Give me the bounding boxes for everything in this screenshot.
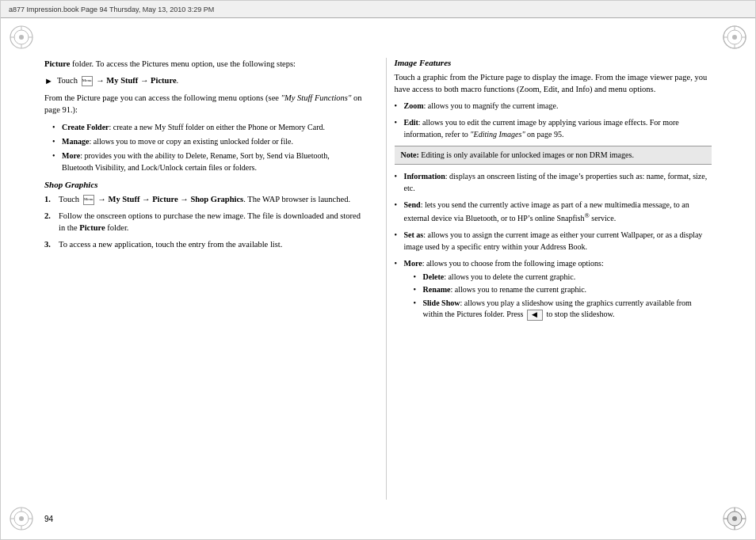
svg-point-9: [732, 35, 737, 40]
more-options-text: : allows you to choose from the followin…: [422, 259, 604, 268]
image-features-heading: Image Features: [395, 58, 712, 67]
send-bold: Send: [404, 200, 421, 209]
picture-bold: Picture: [44, 59, 70, 68]
numbered-steps: 1. Touch Menu → My Stuff → Picture → Sho…: [44, 193, 362, 251]
shop-graphics-heading: Shop Graphics: [44, 180, 362, 189]
image-features-list: Zoom: allows you to magnify the current …: [395, 100, 712, 140]
more-text: : provides you with the ability to Delet…: [62, 151, 330, 172]
zoom-text: : allows you to magnify the current imag…: [424, 101, 559, 110]
manage-item: Manage: allows you to move or copy an ex…: [52, 135, 362, 147]
slideshow-bold: Slide Show: [423, 299, 460, 307]
manage-bold: Manage: [62, 137, 89, 146]
slideshow-text: : allows you play a slideshow using the …: [423, 299, 692, 319]
from-paragraph: From the Picture page you can access the…: [44, 92, 362, 116]
delete-subitem: Delete: allows you to delete the current…: [414, 272, 712, 283]
note-text: Editing is only available for unlocked i…: [419, 150, 634, 159]
top-bar: a877 Impression.book Page 94 Thursday, M…: [1, 1, 755, 18]
svg-point-25: [732, 516, 737, 521]
top-bar-text: a877 Impression.book Page 94 Thursday, M…: [9, 6, 214, 13]
page-container: a877 Impression.book Page 94 Thursday, M…: [0, 0, 756, 540]
create-folder-item: Create Folder: create a new My Stuff fol…: [52, 121, 362, 133]
note-box: Note: Editing is only available for unlo…: [395, 146, 712, 165]
intro-text: folder. To access the Pictures menu opti…: [72, 59, 296, 68]
corner-bl: [7, 504, 36, 533]
page-number: 94: [44, 515, 53, 523]
more-options-item: More: allows you to choose from the foll…: [395, 257, 712, 321]
svg-point-17: [19, 516, 24, 521]
setas-text: : allows you to assign the current image…: [404, 230, 703, 251]
corner-tl: [7, 23, 36, 51]
step2-num: 2.: [44, 210, 59, 222]
step2: 2. Follow the onscreen options to purcha…: [44, 210, 362, 234]
edit-text: : allows you to edit the current image b…: [404, 118, 679, 139]
rename-text: : allows you to rename the current graph…: [451, 285, 587, 294]
corner-br: [720, 504, 749, 533]
step3-content: To access a new application, touch the e…: [59, 238, 362, 250]
slideshow-subitem: Slide Show: allows you play a slideshow …: [414, 298, 712, 321]
picture-bold2: Picture: [151, 76, 176, 85]
more-bold: More: [62, 151, 80, 160]
setas-bold: Set as: [404, 230, 424, 239]
information-item: Information: displays an onscreen listin…: [395, 170, 712, 194]
left-column: Picture folder. To access the Pictures m…: [44, 58, 370, 500]
create-folder-bold: Create Folder: [62, 123, 109, 131]
send-item: Send: lets you send the currently active…: [395, 199, 712, 223]
manage-text: : allows you to move or copy an existing…: [89, 137, 292, 146]
step2-content: Follow the onscreen options to purchase …: [59, 210, 362, 234]
more-options-bold: More: [404, 259, 422, 268]
arrow-symbol: ►: [44, 75, 53, 88]
step1: 1. Touch Menu → My Stuff → Picture → Sho…: [44, 193, 362, 205]
menu-icon: Menu: [82, 76, 93, 86]
menu-icon-step1: Menu: [83, 195, 94, 205]
delete-text: : allows you to delete the current graph…: [444, 272, 575, 281]
intro-paragraph: Picture folder. To access the Pictures m…: [44, 58, 362, 70]
step2-picture-bold: Picture: [79, 223, 105, 232]
send-text: : lets you send the currently active ima…: [404, 200, 689, 222]
content-area: Picture folder. To access the Pictures m…: [1, 18, 755, 539]
zoom-item: Zoom: allows you to magnify the current …: [395, 100, 712, 112]
setas-item: Set as: allows you to assign the current…: [395, 229, 712, 253]
svg-point-2: [19, 35, 24, 40]
sub-options-list: Delete: allows you to delete the current…: [414, 272, 712, 321]
step1-bold-text: My Stuff → Picture → Shop Graphics: [108, 195, 243, 203]
information-text: : displays an onscreen listing of the im…: [404, 172, 708, 192]
step3: 3. To access a new application, touch th…: [44, 238, 362, 250]
image-features-intro: Touch a graphic from the Picture page to…: [395, 71, 712, 95]
create-folder-text: : create a new My Stuff folder on either…: [109, 123, 326, 131]
step1-num: 1.: [44, 193, 59, 205]
touch-text: Touch Menu → My Stuff → Picture.: [57, 74, 178, 86]
more-item: More: provides you with the ability to D…: [52, 150, 362, 173]
note-label: Note:: [401, 150, 419, 159]
edit-bold: Edit: [404, 118, 418, 127]
right-column: Image Features Touch a graphic from the …: [386, 58, 712, 500]
image-options-list: Information: displays an onscreen listin…: [395, 170, 712, 321]
options-list: Create Folder: create a new My Stuff fol…: [52, 121, 362, 173]
information-bold: Information: [404, 172, 445, 181]
edit-item: Edit: allows you to edit the current ima…: [395, 116, 712, 140]
back-button-icon: ◀: [527, 310, 543, 321]
rename-bold: Rename: [423, 285, 451, 294]
step1-content: Touch Menu → My Stuff → Picture → Shop G…: [59, 193, 362, 205]
touch-step: ► Touch Menu → My Stuff → Picture.: [44, 74, 362, 88]
step3-num: 3.: [44, 238, 59, 250]
zoom-bold: Zoom: [404, 101, 424, 110]
corner-tr: [720, 23, 749, 51]
delete-bold: Delete: [423, 272, 445, 281]
my-stuff-bold: My Stuff: [106, 76, 138, 85]
rename-subitem: Rename: allows you to rename the current…: [414, 284, 712, 296]
